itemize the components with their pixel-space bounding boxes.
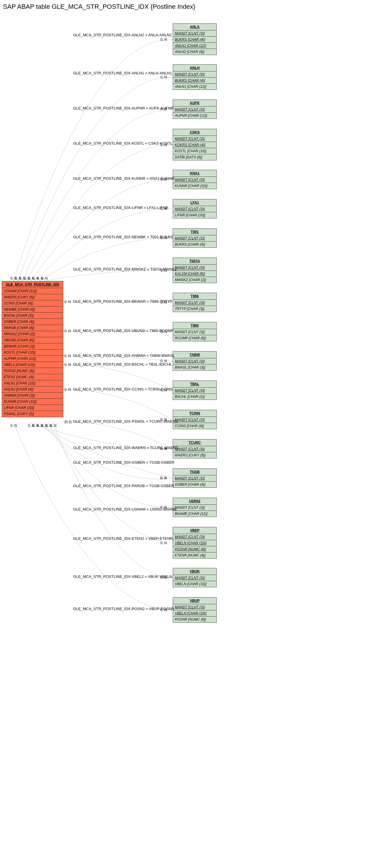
- ref-entity-vbuk: VBUKMANDT [CLNT (3)]VBELN [CHAR (10)]: [173, 568, 217, 587]
- ref-entity-t856: T856MANDT [CLNT (3)]TRTYP [CHAR (3)]: [173, 293, 217, 312]
- cardinality-left: 0..N: [41, 276, 48, 280]
- ref-field: ANLN1 [CHAR (12)]: [173, 84, 216, 90]
- ref-field: BUKRS [CHAR (4)]: [173, 78, 216, 84]
- ref-entity-t001: T001MANDT [CLNT (3)]BUKRS [CHAR (4)]: [173, 228, 217, 248]
- edge-label: GLE_MCA_STR_POSTLINE_IDX-BEWAR = T856-TR…: [73, 299, 172, 304]
- ref-field: MANDT [CLNT (3)]: [173, 30, 216, 37]
- ref-field: BWASL [CHAR (3)]: [173, 365, 216, 370]
- ref-field: ANLN1 [CHAR (12)]: [173, 43, 216, 49]
- ref-field: BUKRS [CHAR (4)]: [173, 37, 216, 43]
- cardinality-right: 0..N: [160, 177, 167, 182]
- ref-entity-t880: T880MANDT [CLNT (3)]RCOMP [CHAR (6)]: [173, 322, 217, 341]
- ref-entity-t007a: T007AMANDT [CLNT (3)]KALSM [CHAR (6)]MWS…: [173, 258, 217, 283]
- ref-field: ETENR [NUMC (4)]: [173, 552, 216, 558]
- ref-field: POSNR [NUMC (6)]: [173, 617, 216, 622]
- main-field: KUNNR [CHAR (10)]: [2, 399, 63, 405]
- ref-entity-tcurc: TCURCMANDT [CLNT (3)]WAERS [CUKY (5)]: [173, 439, 217, 459]
- cardinality-right: 0..N: [160, 447, 167, 451]
- ref-field: KUNNR [CHAR (10)]: [173, 183, 216, 189]
- ref-field: KOKRS [CHAR (4)]: [173, 142, 216, 148]
- edge-label: GLE_MCA_STR_POSTLINE_IDX-CCINS = TCRIN-C…: [73, 387, 173, 392]
- ref-entity-header: CSKS: [173, 129, 216, 136]
- edge-label: GLE_MCA_STR_POSTLINE_IDX-NEWBK = T001-BU…: [73, 235, 173, 239]
- main-field: USNAM [CHAR (12)]: [2, 288, 63, 294]
- ref-field: MANDT [CLNT (3)]: [173, 388, 216, 394]
- cardinality-left: 0..N: [50, 424, 57, 428]
- ref-field: DATBI [DATS (8)]: [173, 154, 216, 160]
- ref-field: MANDT [CLNT (3)]: [173, 136, 216, 142]
- main-field: ANBWA [CHAR (3)]: [2, 393, 63, 399]
- main-field: POSN2 [NUMC (6)]: [2, 368, 63, 374]
- ref-field: VBELN [CHAR (10)]: [173, 581, 216, 587]
- cardinality-right: 0..N: [160, 236, 167, 240]
- edge-label: GLE_MCA_STR_POSTLINE_IDX-KOSTL = CSKS-KO…: [73, 141, 172, 146]
- ref-field: MANDT [CLNT (3)]: [173, 329, 216, 335]
- edge-label: GLE_MCA_STR_POSTLINE_IDX-LIFNR = LFA1-LI…: [73, 206, 168, 210]
- cardinality-right: 0..N: [160, 269, 167, 273]
- ref-field: RCOMP [CHAR (6)]: [173, 335, 216, 341]
- ref-field: MANDT [CLNT (3)]: [173, 300, 216, 306]
- cardinality-right: 0..N: [160, 576, 167, 580]
- ref-entity-header: T007A: [173, 258, 216, 265]
- edge-label: GLE_MCA_STR_POSTLINE_IDX-POSN2 = VBUP-PO…: [73, 607, 174, 611]
- cardinality-left: 0..N: [64, 354, 71, 358]
- main-field: ANLN1 [CHAR (12)]: [2, 380, 63, 386]
- ref-entity-header: TABW: [173, 351, 216, 358]
- ref-entity-csks: CSKSMANDT [CLNT (3)]KOKRS [CHAR (4)]KOST…: [173, 129, 217, 160]
- main-field: WAERS [CUKY (5)]: [2, 294, 63, 300]
- cardinality-right: 0..N: [160, 107, 167, 111]
- main-field: LIFNR [CHAR (10)]: [2, 405, 63, 411]
- main-field: KOSTL [CHAR (10)]: [2, 349, 63, 356]
- edge-label: GLE_MCA_STR_POSTLINE_IDX-AUFNR = AUFK-AU…: [73, 106, 174, 111]
- ref-entity-usr02: USR02MANDT [CLNT (3)]BNAME [CHAR (12)]: [173, 498, 217, 517]
- cardinality-right: 0..N: [160, 300, 167, 305]
- main-entity: GLE_MCA_STR_POSTLINE_IDXUSNAM [CHAR (12)…: [2, 281, 63, 417]
- main-field: CCINS [CHAR (4)]: [2, 300, 63, 307]
- main-field: BEWAR [CHAR (3)]: [2, 343, 63, 349]
- ref-entity-header: ANLA: [173, 24, 216, 30]
- ref-field: POSNR [NUMC (6)]: [173, 546, 216, 552]
- cardinality-right: 0..N: [160, 476, 167, 480]
- ref-entity-header: TGSB: [173, 469, 216, 475]
- cardinality-left: 0..N: [64, 329, 71, 333]
- cardinality-right: 0..N: [160, 541, 167, 545]
- ref-entity-header: AUFK: [173, 100, 216, 106]
- ref-field: BNAME [CHAR (12)]: [173, 511, 216, 517]
- ref-field: TRTYP [CHAR (3)]: [173, 306, 216, 312]
- ref-entity-header: TCURC: [173, 439, 216, 446]
- cardinality-right: 0..N: [160, 75, 167, 79]
- ref-entity-header: T856: [173, 293, 216, 300]
- ref-field: MANDT [CLNT (3)]: [173, 417, 216, 423]
- main-field: VBUND [CHAR (6)]: [2, 337, 63, 343]
- ref-entity-header: VBUK: [173, 568, 216, 575]
- ref-field: BSCHL [CHAR (2)]: [173, 394, 216, 400]
- ref-field: MANDT [CLNT (3)]: [173, 206, 216, 212]
- ref-field: VBELN [CHAR (10)]: [173, 610, 216, 617]
- ref-entity-tabw: TABWMANDT [CLNT (3)]BWASL [CHAR (3)]: [173, 351, 217, 371]
- diagram-title: SAP ABAP table GLE_MCA_STR_POSTLINE_IDX …: [3, 3, 195, 10]
- ref-field: GSBER [CHAR (4)]: [173, 482, 216, 488]
- main-field: ETEN2 [NUMC (4)]: [2, 374, 63, 380]
- ref-entity-vbup: VBUPMANDT [CLNT (3)]VBELN [CHAR (10)]POS…: [173, 597, 217, 623]
- edge-label: GLE_MCA_STR_POSTLINE_IDX-VBEL2 = VBUK-VB…: [73, 575, 172, 579]
- edge-label: GLE_MCA_STR_POSTLINE_IDX-PARGB = TGSB-GS…: [73, 484, 174, 488]
- ref-field: MANDT [CLNT (3)]: [173, 106, 216, 113]
- ref-field: MANDT [CLNT (3)]: [173, 71, 216, 78]
- cardinality-right: 0..N: [160, 505, 167, 509]
- ref-entity-header: USR02: [173, 498, 216, 505]
- cardinality-right: 0..N: [160, 143, 167, 147]
- ref-field: MANDT [CLNT (3)]: [173, 534, 216, 540]
- ref-field: MANDT [CLNT (3)]: [173, 505, 216, 511]
- edge-label: GLE_MCA_STR_POSTLINE_IDX-GSBER = TGSB-GS…: [73, 460, 174, 465]
- main-field: BSCHL [CHAR (2)]: [2, 313, 63, 319]
- ref-field: MANDT [CLNT (3)]: [173, 575, 216, 581]
- ref-field: KALSM [CHAR (6)]: [173, 271, 216, 277]
- ref-field: MANDT [CLNT (3)]: [173, 446, 216, 452]
- main-entity-header: GLE_MCA_STR_POSTLINE_IDX: [2, 281, 63, 288]
- main-field: NEWBK [CHAR (4)]: [2, 307, 63, 313]
- ref-entity-header: VBUP: [173, 597, 216, 604]
- main-field: PARGB [CHAR (4)]: [2, 325, 63, 331]
- ref-entity-vbep: VBEPMANDT [CLNT (3)]VBELN [CHAR (10)]POS…: [173, 527, 217, 559]
- ref-entity-header: TBSL: [173, 381, 216, 388]
- ref-entity-aufk: AUFKMANDT [CLNT (3)]AUFNR [CHAR (12)]: [173, 99, 217, 119]
